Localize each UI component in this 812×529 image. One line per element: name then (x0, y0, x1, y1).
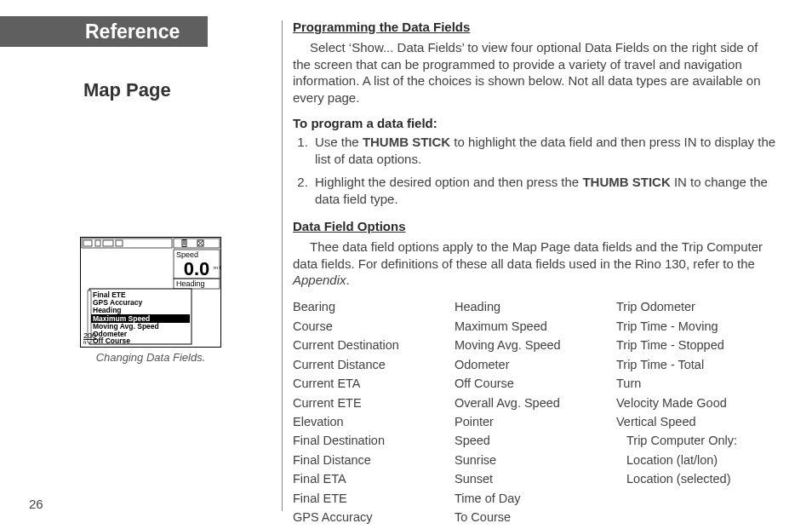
paragraph-programming: Select ‘Show... Data Fields’ to view fou… (293, 39, 778, 106)
option-item: Location (selected) (616, 469, 778, 488)
device-screenshot: Speed 0.0 m h Heading Final ETE GPS Accu… (80, 237, 221, 364)
heading-programming: Programming the Data Fields (293, 19, 778, 36)
option-item: Current Destination (293, 336, 455, 354)
svg-text:Heading: Heading (93, 306, 122, 314)
svg-text:0.0: 0.0 (184, 258, 210, 279)
screenshot-svg: Speed 0.0 m h Heading Final ETE GPS Accu… (80, 237, 221, 348)
option-item: Trip Time - Total (616, 355, 778, 374)
option-item: Final Destination (293, 431, 455, 450)
option-item: Current Distance (293, 355, 455, 374)
options-col-1: BearingCourseCurrent DestinationCurrent … (293, 297, 455, 527)
option-item: Location (lat/lon) (616, 451, 778, 469)
option-item: Off Course (455, 374, 616, 393)
option-item: Heading (455, 297, 616, 316)
options-col-3: Trip OdometerTrip Time - MovingTrip Time… (616, 297, 778, 527)
svg-text:m h: m h (214, 265, 221, 270)
svg-text:Heading: Heading (176, 279, 205, 288)
option-item: Final Distance (293, 451, 455, 469)
svg-text:Off Course: Off Course (93, 336, 130, 345)
option-item: Course (293, 317, 455, 336)
column-divider (282, 20, 283, 511)
content-area: Programming the Data Fields Select ‘Show… (293, 19, 778, 527)
option-item: Velocity Made Good (616, 394, 778, 412)
option-item: Current ETA (293, 374, 455, 393)
reference-header: Reference (0, 16, 208, 47)
option-item: Overall Avg. Speed (455, 394, 616, 412)
heading-to-program: To program a data field: (293, 115, 778, 132)
options-columns: BearingCourseCurrent DestinationCurrent … (293, 297, 778, 527)
option-item: Trip Computer Only: (616, 431, 778, 450)
option-item: Pointer (455, 412, 616, 431)
option-item: Turn (616, 374, 778, 393)
option-item: Trip Time - Moving (616, 317, 778, 336)
option-item: Odometer (455, 355, 616, 374)
option-item: Trip Odometer (616, 297, 778, 316)
option-item: Elevation (293, 412, 455, 431)
screenshot-caption: Changing Data Fields. (80, 351, 221, 364)
option-item: Final ETA (293, 469, 455, 488)
option-item: Bearing (293, 297, 455, 316)
option-item: Speed (455, 431, 616, 450)
options-col-2: HeadingMaximum SpeedMoving Avg. SpeedOdo… (455, 297, 616, 527)
option-item: Sunrise (455, 451, 616, 469)
reference-label: Reference (85, 20, 180, 43)
step-2: Highlight the desired option and then pr… (312, 174, 778, 208)
option-item: Final ETE (293, 489, 455, 508)
option-item: Sunset (455, 469, 616, 488)
option-item: Maximum Speed (455, 317, 616, 336)
steps-list: Use the THUMB STICK to highlight the dat… (312, 134, 778, 208)
page-subtitle: Map Page (83, 79, 171, 101)
step-1: Use the THUMB STICK to highlight the dat… (312, 134, 778, 168)
option-item: Current ETE (293, 394, 455, 412)
option-item: To Course (455, 508, 616, 526)
svg-text:ft: ft (83, 340, 87, 345)
option-item: GPS Accuracy (293, 508, 455, 526)
page-number: 26 (29, 497, 43, 511)
option-item: Trip Time - Stopped (616, 336, 778, 354)
option-item: Time of Day (455, 489, 616, 508)
paragraph-options: Thee data field options apply to the Map… (293, 239, 778, 289)
heading-data-field-options: Data Field Options (293, 218, 778, 235)
svg-text:200: 200 (83, 331, 96, 340)
option-item: Vertical Speed (616, 412, 778, 431)
option-item: Moving Avg. Speed (455, 336, 616, 354)
